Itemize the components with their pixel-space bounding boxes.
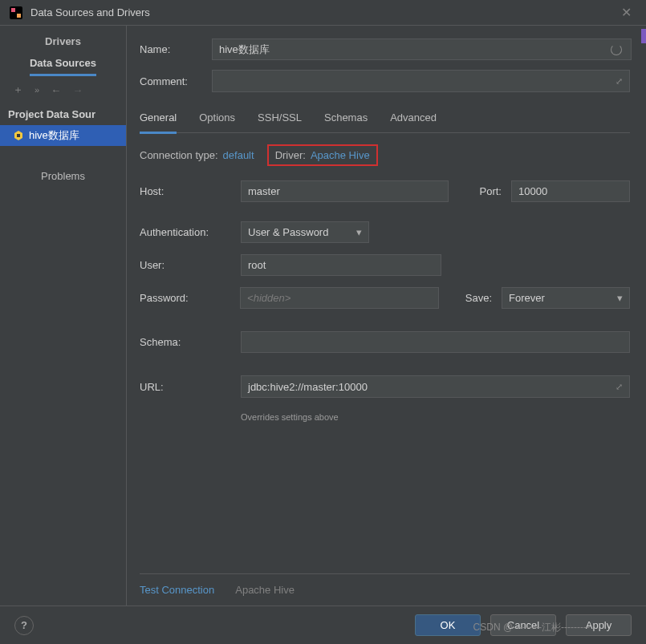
url-input[interactable]: jdbc:hive2://master:10000 ⤢ — [241, 375, 630, 398]
sidebar-category-tabs: Drivers Data Sources — [0, 26, 126, 76]
svg-rect-2 — [17, 14, 21, 18]
main-panel: Name: Comment: ⤢ General Options SSH/SSL… — [127, 26, 646, 606]
project-data-sources-heading: Project Data Sour — [0, 103, 126, 125]
driver-name-link[interactable]: Apache Hive — [235, 584, 295, 596]
chevron-down-icon: ▾ — [617, 292, 623, 304]
forward-icon[interactable]: → — [72, 84, 83, 96]
data-source-item-label: hive数据库 — [29, 128, 79, 143]
authentication-label: Authentication: — [140, 226, 241, 238]
url-value: jdbc:hive2://master:10000 — [248, 381, 368, 393]
expand-icon[interactable]: ⤢ — [616, 382, 623, 392]
tab-general[interactable]: General — [140, 107, 177, 134]
edge-accent — [641, 29, 646, 43]
port-label: Port: — [460, 185, 502, 197]
tab-advanced[interactable]: Advanced — [390, 107, 437, 132]
save-label: Save: — [450, 292, 492, 304]
config-tabs: General Options SSH/SSL Schemas Advanced — [140, 107, 630, 133]
back-icon[interactable]: ← — [51, 84, 61, 96]
password-label: Password: — [140, 292, 240, 304]
titlebar: Data Sources and Drivers ✕ — [0, 0, 646, 26]
connection-info: Connection type: default Driver: Apache … — [140, 133, 630, 180]
user-label: User: — [140, 259, 241, 271]
expand-icon[interactable]: ⤢ — [616, 76, 623, 87]
sidebar-toolbar: ＋ » ← → — [0, 76, 126, 103]
tab-options[interactable]: Options — [199, 107, 235, 132]
connection-type-link[interactable]: default — [223, 149, 254, 161]
dialog-footer: ? OK Cancel Apply — [0, 606, 646, 644]
window-title: Data Sources and Drivers — [30, 6, 616, 18]
help-button[interactable]: ? — [14, 616, 34, 635]
password-input[interactable] — [240, 287, 439, 309]
content-area: Drivers Data Sources ＋ » ← → Project Dat… — [0, 26, 646, 606]
user-input[interactable] — [241, 254, 441, 276]
driver-link[interactable]: Apache Hive — [311, 149, 370, 161]
schema-label: Schema: — [140, 336, 241, 348]
chevrons-right-icon[interactable]: » — [35, 85, 39, 95]
app-icon — [10, 6, 22, 19]
schema-input[interactable] — [241, 331, 630, 353]
svg-rect-1 — [11, 8, 15, 12]
name-input[interactable] — [212, 38, 632, 60]
spinner-icon — [611, 44, 622, 55]
authentication-value: User & Password — [248, 226, 328, 238]
sidebar-problems[interactable]: Problems — [0, 170, 126, 182]
host-input[interactable] — [241, 180, 449, 202]
driver-label: Driver: — [275, 149, 306, 161]
connection-fields: Host: Port: Authentication: User & Passw… — [140, 180, 630, 422]
save-mode-select[interactable]: Forever ▾ — [502, 287, 630, 309]
ok-button[interactable]: OK — [415, 614, 481, 636]
tab-ssh-ssl[interactable]: SSH/SSL — [258, 107, 302, 132]
add-icon[interactable]: ＋ — [13, 83, 23, 97]
connection-type-label: Connection type: — [140, 149, 218, 161]
url-hint: Overrides settings above — [241, 412, 630, 422]
url-label: URL: — [140, 381, 241, 393]
tab-data-sources[interactable]: Data Sources — [30, 52, 96, 76]
chevron-down-icon: ▾ — [356, 226, 362, 238]
close-icon[interactable]: ✕ — [616, 3, 636, 22]
cancel-button[interactable]: Cancel — [490, 614, 556, 636]
tab-schemas[interactable]: Schemas — [324, 107, 368, 132]
driver-highlight-box: Driver: Apache Hive — [267, 144, 378, 166]
hive-icon — [13, 130, 24, 141]
data-source-item[interactable]: hive数据库 — [0, 125, 126, 146]
bottom-links: Test Connection Apache Hive — [140, 573, 630, 606]
authentication-select[interactable]: User & Password ▾ — [241, 221, 369, 243]
comment-label: Comment: — [140, 75, 212, 87]
apply-button[interactable]: Apply — [566, 614, 632, 636]
comment-input[interactable]: ⤢ — [212, 70, 630, 92]
name-label: Name: — [140, 43, 212, 55]
test-connection-link[interactable]: Test Connection — [140, 584, 214, 596]
sidebar: Drivers Data Sources ＋ » ← → Project Dat… — [0, 26, 127, 606]
save-mode-value: Forever — [509, 292, 545, 304]
host-label: Host: — [140, 185, 241, 197]
tab-drivers[interactable]: Drivers — [45, 30, 81, 52]
port-input[interactable] — [511, 180, 630, 202]
